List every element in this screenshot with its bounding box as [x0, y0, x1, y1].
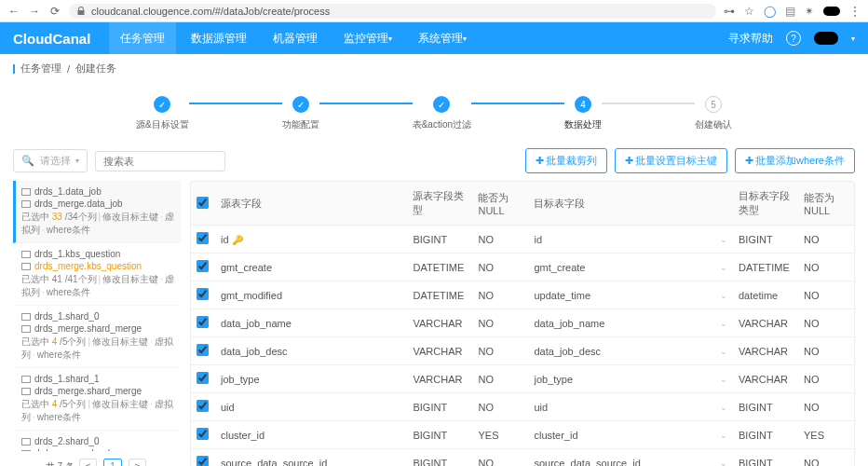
key-icon[interactable]: ⊶ — [724, 5, 735, 18]
nav-item-tasks[interactable]: 任务管理 — [109, 22, 176, 54]
sidebar-item[interactable]: drds_1.kbs_question drds_merge.kbs_quest… — [13, 243, 181, 306]
lock-icon — [76, 7, 86, 16]
profile-avatar[interactable] — [823, 7, 840, 16]
page-1[interactable]: 1 — [103, 459, 122, 466]
chevron-down-icon: ⌄ — [720, 263, 727, 272]
chevron-down-icon: ⌄ — [720, 459, 727, 467]
chevron-down-icon: ⌄ — [720, 291, 727, 300]
batch-trim-button[interactable]: ✚批量裁剪列 — [525, 148, 607, 173]
menu-icon[interactable]: ⋮ — [849, 5, 861, 18]
step-4[interactable]: 4 — [575, 96, 591, 113]
sidebar-item[interactable]: drds_1.data_job drds_merge.data_job 已选中 … — [13, 181, 181, 243]
row-checkbox[interactable] — [197, 400, 209, 412]
star-icon[interactable]: ☆ — [744, 5, 754, 18]
help-link[interactable]: 寻求帮助 — [728, 31, 773, 47]
batch-pk-button[interactable]: ✚批量设置目标主键 — [615, 148, 727, 173]
chevron-down-icon: ⌄ — [720, 347, 727, 356]
tgt-null: NO — [798, 226, 854, 254]
tgt-field-select[interactable]: uid⌄ — [534, 402, 727, 413]
col-src-type: 源表字段类型 — [407, 182, 472, 226]
chevron-down-icon: ▾ — [388, 34, 392, 43]
row-checkbox[interactable] — [197, 260, 209, 272]
tgt-field-select[interactable]: source_data_source_id⌄ — [534, 458, 727, 467]
forward-icon[interactable]: → — [28, 5, 41, 18]
nav-item-monitor[interactable]: 监控管理 ▾ — [332, 22, 403, 54]
sidebar-item[interactable]: drds_2.shard_0 drds_merge.shard_merge 已选… — [13, 431, 181, 451]
src-field: gmt_modified — [221, 290, 282, 301]
step-1[interactable]: ✓ — [154, 96, 170, 113]
row-checkbox[interactable] — [197, 428, 209, 440]
table-icon — [21, 200, 31, 208]
tgt-type: VARCHAR — [733, 365, 798, 393]
chevron-down-icon: ⌄ — [720, 403, 727, 412]
search-input[interactable] — [95, 151, 225, 171]
table-list-sidebar: drds_1.data_job drds_merge.data_job 已选中 … — [13, 181, 181, 451]
help-icon[interactable]: ? — [786, 31, 801, 46]
step-3[interactable]: ✓ — [433, 96, 450, 113]
row-checkbox[interactable] — [197, 232, 209, 244]
row-checkbox[interactable] — [197, 456, 209, 466]
back-icon[interactable]: ← — [7, 5, 20, 18]
step-5[interactable]: 5 — [705, 96, 722, 113]
tgt-type: BIGINT — [733, 421, 798, 449]
pagination: 共 7 条 < 1 > — [13, 451, 181, 466]
user-avatar[interactable] — [814, 32, 838, 45]
tgt-field-select[interactable]: update_time⌄ — [534, 290, 727, 301]
tgt-field-select[interactable]: gmt_create⌄ — [534, 262, 727, 273]
chevron-down-icon: ⌄ — [720, 431, 727, 440]
tgt-type: VARCHAR — [733, 309, 798, 337]
row-checkbox[interactable] — [197, 344, 209, 356]
ext-icon[interactable]: ▤ — [785, 5, 795, 18]
table-row: id 🔑 BIGINT NO id⌄ BIGINT NO — [191, 226, 854, 254]
nav-item-system[interactable]: 系统管理 ▾ — [407, 22, 478, 54]
sidebar-item[interactable]: drds_1.shard_0 drds_merge.shard_merge 已选… — [13, 306, 181, 368]
table-row: cluster_id BIGINT YES cluster_id⌄ BIGINT… — [191, 421, 854, 449]
tgt-field-select[interactable]: cluster_id⌄ — [534, 430, 727, 441]
src-field: data_job_desc — [221, 346, 288, 357]
src-type: BIGINT — [407, 449, 472, 467]
apps-icon[interactable]: ◯ — [764, 5, 776, 18]
tgt-null: NO — [798, 337, 854, 365]
src-field: source_data_source_id — [221, 458, 327, 467]
src-type: VARCHAR — [407, 365, 472, 393]
chevron-down-icon: ▾ — [463, 34, 467, 43]
nav-item-machine[interactable]: 机器管理 — [262, 22, 329, 54]
puzzle-icon[interactable]: ✴ — [805, 5, 814, 18]
tgt-field-select[interactable]: id⌄ — [534, 234, 727, 245]
page-prev[interactable]: < — [79, 459, 98, 466]
page-total: 共 7 条 — [46, 461, 75, 466]
filter-select[interactable]: 🔍 请选择 ▾ — [13, 149, 88, 172]
row-checkbox[interactable] — [197, 316, 209, 328]
logo[interactable]: CloudCanal — [13, 31, 90, 47]
row-checkbox[interactable] — [197, 372, 209, 384]
reload-icon[interactable]: ⟳ — [48, 5, 61, 18]
tgt-type: BIGINT — [733, 449, 798, 467]
search-icon: 🔍 — [21, 155, 34, 167]
toolbar: 🔍 请选择 ▾ ✚批量裁剪列 ✚批量设置目标主键 ✚批量添加where条件 — [0, 141, 868, 181]
breadcrumb-root[interactable]: 任务管理 — [20, 62, 61, 75]
tgt-null: NO — [798, 281, 854, 309]
select-all-checkbox[interactable] — [197, 197, 209, 209]
src-field: cluster_id — [221, 430, 264, 441]
table-icon — [21, 325, 31, 333]
tgt-null: NO — [798, 365, 854, 393]
batch-where-button[interactable]: ✚批量添加where条件 — [735, 148, 855, 173]
src-field: gmt_create — [221, 262, 272, 273]
field-mapping-table: 源表字段 源表字段类型 能否为NULL 目标表字段 目标表字段类型 能否为NUL… — [190, 181, 855, 466]
tgt-field-select[interactable]: data_job_name⌄ — [534, 318, 727, 329]
chevron-down-icon[interactable]: ▾ — [851, 34, 855, 43]
tgt-type: BIGINT — [733, 226, 798, 254]
step-indicator: ✓源&目标设置 ✓功能配置 ✓表&action过滤 4数据处理 5创建确认 — [0, 83, 868, 141]
url-bar[interactable]: cloudcanal.clougence.com/#/dataJob/creat… — [69, 4, 716, 19]
tgt-field-select[interactable]: data_job_desc⌄ — [534, 346, 727, 357]
chrome-actions: ⊶ ☆ ◯ ▤ ✴ ⋮ — [724, 5, 861, 18]
nav-item-datasource[interactable]: 数据源管理 — [180, 22, 258, 54]
col-tgt-type: 目标表字段类型 — [733, 182, 798, 226]
page-next[interactable]: > — [129, 459, 147, 466]
step-2[interactable]: ✓ — [292, 96, 309, 113]
table-icon — [21, 251, 31, 258]
sidebar-item[interactable]: drds_1.shard_1 drds_merge.shard_merge 已选… — [13, 368, 181, 431]
tgt-field-select[interactable]: job_type⌄ — [534, 374, 727, 385]
src-type: BIGINT — [407, 226, 472, 254]
row-checkbox[interactable] — [197, 288, 209, 300]
